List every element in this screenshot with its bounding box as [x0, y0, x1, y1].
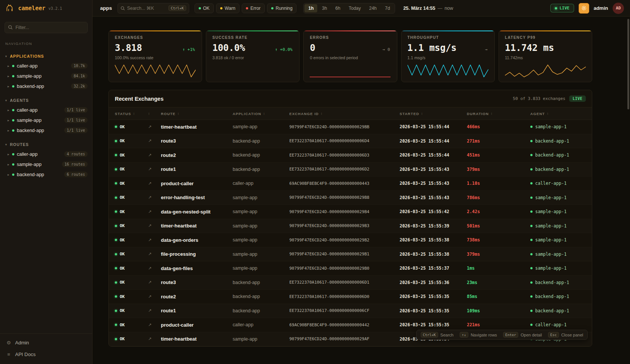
sidebar-filter-input[interactable]	[5, 22, 88, 33]
ok-dot-icon	[115, 338, 117, 340]
time-range-button[interactable]: 7d	[381, 4, 394, 12]
stat-card[interactable]: LATENCY P99 11.742 ms 11.742ms	[499, 30, 592, 82]
agent-dot-icon	[530, 281, 533, 284]
status-filter-chip[interactable]: Error	[242, 3, 265, 13]
section-title-label: ROUTES	[10, 142, 29, 147]
stat-title: LATENCY P99	[505, 35, 586, 40]
column-header-started[interactable]: STARTED↕	[394, 112, 461, 116]
stat-card[interactable]: EXCHANGES 3.818 ↑ +1% 100.0% success rat…	[108, 30, 202, 82]
sidebar-item-agent[interactable]: ▸ sample-app 1/1 live	[0, 115, 92, 125]
time-range-button[interactable]: 1h	[304, 4, 317, 12]
sidebar-item-application[interactable]: ▸ backend-app 32.2k	[0, 81, 92, 91]
sidebar-item-application[interactable]: ▸ sample-app 84.1k	[0, 71, 92, 81]
stat-value: 3.818	[115, 43, 142, 53]
agent-label: sample-app-1	[535, 266, 567, 271]
table-row[interactable]: OK ↗ data-gen-nested-split sample-app 90…	[109, 205, 592, 219]
status-cell: OK	[109, 181, 142, 186]
sidebar-item-application[interactable]: ▸ caller-app 10.7k	[0, 61, 92, 71]
sidebar-item-routes[interactable]: ▸ sample-app 16 routes	[0, 159, 92, 169]
table-row[interactable]: OK ↗ route1 backend-app EE7322370A10617-…	[109, 304, 592, 318]
navigation-label: NAVIGATION	[0, 35, 92, 47]
time-range-button[interactable]: 6h	[332, 4, 344, 12]
status-filter-chip[interactable]: OK	[195, 3, 214, 13]
route-direction-icon: ↗	[142, 323, 155, 327]
global-search[interactable]: Search... ⌘K Ctrl+K	[117, 3, 189, 14]
section-title-label: AGENTS	[10, 98, 29, 103]
user-name: admin	[594, 5, 608, 11]
status-filter-chip[interactable]: Running	[267, 3, 297, 13]
admin-link[interactable]: ⚙ Admin	[0, 337, 92, 349]
route-cell: route2	[155, 152, 227, 158]
column-header-duration[interactable]: DURATION↕	[461, 112, 524, 116]
application-cell: sample-app	[227, 233, 283, 247]
agent-dot-icon	[530, 140, 533, 142]
table-row[interactable]: OK ↗ file-processing sample-app 90799F47…	[109, 247, 592, 262]
sidebar-item-agent[interactable]: ▸ backend-app 1/1 live	[0, 125, 92, 135]
table-row[interactable]: OK ↗ error-handling-test sample-app 9079…	[109, 191, 592, 205]
stat-card[interactable]: THROUGHPUT 1.1 msg/s → 1.1 msg/s	[401, 30, 495, 82]
stat-card[interactable]: ERRORS 0 → 0 0 errors in selected period	[303, 30, 397, 82]
time-range-button[interactable]: Today	[345, 4, 364, 12]
section-header-routes[interactable]: ▾ ROUTES	[0, 141, 92, 149]
agent-dot-icon	[530, 225, 533, 227]
column-header-direction[interactable]: ↕	[142, 112, 155, 115]
sidebar-item-routes[interactable]: ▸ backend-app 6 routes	[0, 169, 92, 180]
sidebar-item-label: caller-app	[17, 108, 38, 113]
agent-cell: sample-app-1	[524, 266, 592, 271]
route-cell: data-gen-nested-split	[155, 209, 227, 215]
route-cell: timer-heartbeat	[155, 124, 227, 130]
user-avatar[interactable]: AD	[613, 3, 624, 14]
exchange-id-cell: 90799F47E6CD24D-00000000000029BB	[283, 124, 394, 129]
status-dot-icon	[271, 7, 273, 9]
shortcut-key: Esc	[548, 332, 559, 338]
column-header-status[interactable]: STATUS↕	[109, 112, 142, 116]
column-header-agent[interactable]: AGENT↕	[524, 112, 592, 116]
application-cell: backend-app	[227, 134, 283, 148]
sidebar-item-agent[interactable]: ▸ caller-app 1/1 live	[0, 105, 92, 115]
brand-version: v3.2.1	[48, 6, 62, 11]
table-row[interactable]: OK ↗ route2 backend-app EE7322370A10617-…	[109, 290, 592, 304]
duration-cell: 85ms	[461, 294, 524, 299]
stat-delta: →	[485, 47, 488, 52]
table-row[interactable]: OK ↗ data-gen-files sample-app 90799F47E…	[109, 261, 592, 276]
time-range-button[interactable]: 3h	[318, 4, 330, 12]
route-direction-icon: ↗	[142, 181, 155, 186]
brand-logo[interactable]: cameleer v3.2.1	[0, 0, 92, 17]
column-header-exchange-id[interactable]: EXCHANGE ID↕	[283, 112, 394, 116]
theme-toggle-button[interactable]	[579, 3, 589, 14]
started-cell: 2026-03-25 15:55:44	[394, 152, 461, 158]
table-row[interactable]: OK ↗ data-gen-orders sample-app 90799F47…	[109, 233, 592, 247]
live-toggle[interactable]: LIVE	[550, 4, 574, 12]
stat-value: 0	[310, 43, 315, 53]
stat-card[interactable]: SUCCESS RATE 100.0% ↑ +0.0% 3.818 ok / 0…	[206, 30, 300, 82]
column-header-route[interactable]: ROUTE↕	[155, 112, 227, 116]
column-header-application[interactable]: APPLICATION↕	[227, 112, 283, 116]
time-range-button[interactable]: 24h	[365, 4, 380, 12]
table-row[interactable]: OK ↗ route2 backend-app EE7322370A10617-…	[109, 148, 592, 163]
application-cell: backend-app	[227, 163, 283, 177]
exchange-id-cell: 90799F47E6CD24D-00000000000029B8	[283, 195, 394, 200]
table-row[interactable]: OK ↗ timer-heartbeat sample-app 90799F47…	[109, 120, 592, 134]
sidebar-item-routes[interactable]: ▸ caller-app 4 routes	[0, 149, 92, 159]
sidebar-item-label: backend-app	[17, 84, 44, 89]
panel-live-badge: LIVE	[569, 95, 586, 102]
gear-icon: ⚙	[6, 340, 11, 346]
section-applications: ▾ APPLICATIONS ▸ caller-app 10.7k ▸ samp…	[0, 52, 92, 91]
vertical-scrollbar[interactable]	[627, 19, 629, 109]
api-docs-link[interactable]: ≡ API Docs	[0, 349, 92, 360]
table-row[interactable]: OK ↗ timer-heartbeat sample-app 90799F47…	[109, 219, 592, 233]
status-label: OK	[120, 323, 125, 327]
table-row[interactable]: OK ↗ product-caller caller-app 69AC90BF8…	[109, 177, 592, 191]
section-header-applications[interactable]: ▾ APPLICATIONS	[0, 52, 92, 61]
routes-count-badge: 6 routes	[64, 172, 88, 177]
agent-label: caller-app-1	[535, 181, 567, 186]
status-filter-chip[interactable]: Warn	[216, 3, 239, 13]
table-row[interactable]: OK ↗ route3 backend-app EE7322370A10617-…	[109, 276, 592, 290]
stat-value: 1.1 msg/s	[408, 43, 457, 53]
sidebar: cameleer v3.2.1 NAVIGATION ▾ APPLICATION…	[0, 0, 93, 364]
table-row[interactable]: OK ↗ route1 backend-app EE7322370A10617-…	[109, 163, 592, 177]
section-header-agents[interactable]: ▾ AGENTS	[0, 97, 92, 105]
datetime-display[interactable]: 25. März 14:55—now	[403, 6, 453, 11]
status-label: OK	[120, 266, 125, 271]
table-row[interactable]: OK ↗ route3 backend-app EE7322370A10617-…	[109, 134, 592, 149]
